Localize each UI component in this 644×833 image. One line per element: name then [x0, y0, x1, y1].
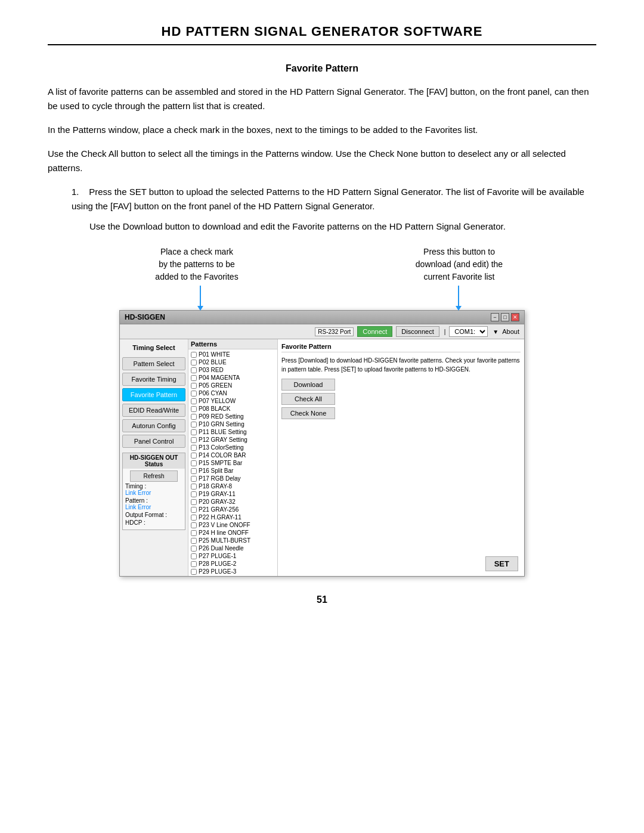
titlebar-buttons: − □ ✕: [491, 313, 519, 321]
pattern-item[interactable]: P15 SMPTE Bar: [190, 459, 276, 467]
pattern-item[interactable]: P16 Split Bar: [190, 467, 276, 475]
check-all-button[interactable]: Check All: [281, 393, 335, 405]
pattern-item[interactable]: P07 YELLOW: [190, 397, 276, 405]
sidebar-title: Timing Select: [122, 343, 185, 352]
sidebar-btn-favorite-timing[interactable]: Favorite Timing: [122, 373, 185, 386]
pattern-item[interactable]: P30 PLUGE-4: [190, 575, 276, 576]
pattern-item[interactable]: P20 GRAY-32: [190, 498, 276, 506]
status-row-timing: Timing : Link Error: [125, 483, 182, 496]
section-title: Favorite Pattern: [48, 63, 596, 74]
sidebar-btn-edid[interactable]: EDID Read/Write: [122, 404, 185, 417]
body-paragraph-2: In the Patterns window, place a check ma…: [48, 123, 596, 137]
pattern-item[interactable]: P05 GREEN: [190, 382, 276, 389]
favorite-pattern-panel: Favorite Pattern Press [Download] to dow…: [278, 339, 524, 576]
pattern-item[interactable]: P28 PLUGE-2: [190, 560, 276, 568]
status-panel: HD-SIGGEN OUT Status Refresh Timing : Li…: [122, 453, 185, 530]
pattern-item[interactable]: P11 BLUE Setting: [190, 428, 276, 436]
rs232-label: RS-232 Port: [315, 327, 354, 336]
pattern-item[interactable]: P12 GRAY Setting: [190, 436, 276, 444]
pattern-item[interactable]: P22 H.GRAY-11: [190, 513, 276, 521]
sidebar-btn-favorite-pattern[interactable]: Favorite Pattern: [122, 388, 185, 401]
refresh-button[interactable]: Refresh: [130, 470, 178, 482]
annotation-left: Place a check markby the patterns to bea…: [149, 246, 244, 283]
titlebar: HD-SIGGEN − □ ✕: [120, 311, 524, 324]
numbered-item-1: 1. Press the SET button to upload the se…: [72, 185, 596, 234]
numbered-item-1-text: 1. Press the SET button to upload the se…: [72, 185, 596, 213]
check-none-button[interactable]: Check None: [281, 407, 335, 419]
pattern-item[interactable]: P29 PLUGE-3: [190, 568, 276, 575]
arrowhead-left: [197, 306, 203, 311]
connect-button[interactable]: Connect: [357, 326, 392, 337]
pattern-item[interactable]: P09 RED Setting: [190, 413, 276, 420]
com-port-select[interactable]: COM1: COM2: COM3:: [449, 326, 488, 337]
sidebar-btn-panel[interactable]: Panel Control: [122, 435, 185, 448]
status-row-hdcp: HDCP :: [125, 519, 182, 526]
download-button[interactable]: Download: [281, 379, 335, 391]
sw-body: Timing Select Pattern Select Favorite Ti…: [120, 339, 524, 576]
pattern-item[interactable]: P06 CYAN: [190, 389, 276, 397]
body-paragraph-3: Use the Check All button to select all t…: [48, 147, 596, 175]
status-title: HD-SIGGEN OUT Status: [123, 453, 185, 469]
pattern-item[interactable]: P04 MAGENTA: [190, 374, 276, 382]
about-button[interactable]: About: [502, 328, 519, 335]
favorite-pattern-title: Favorite Pattern: [281, 343, 521, 352]
page-title: HD PATTERN SIGNAL GENERATOR SOFTWARE: [48, 24, 596, 45]
pattern-item[interactable]: P26 Dual Needle: [190, 544, 276, 552]
pattern-item[interactable]: P21 GRAY-256: [190, 506, 276, 513]
sidebar: Timing Select Pattern Select Favorite Ti…: [120, 339, 188, 576]
minimize-button[interactable]: −: [491, 313, 499, 321]
close-button[interactable]: ✕: [511, 313, 519, 321]
pattern-item[interactable]: P24 H line ONOFF: [190, 529, 276, 537]
pattern-item[interactable]: P25 MULTI-BURST: [190, 537, 276, 544]
pattern-item[interactable]: P14 COLOR BAR: [190, 451, 276, 459]
patterns-panel: Patterns P01 WHITEP02 BLUEP03 REDP04 MAG…: [188, 339, 278, 576]
sidebar-btn-pattern-select[interactable]: Pattern Select: [122, 357, 185, 370]
patterns-title: Patterns: [188, 339, 277, 349]
annotation-right: Press this button todownload (and edit) …: [405, 246, 513, 283]
pattern-item[interactable]: P23 V Line ONOFF: [190, 521, 276, 529]
pattern-item[interactable]: P13 ColorSetting: [190, 444, 276, 451]
window-title: HD-SIGGEN: [125, 313, 165, 321]
pattern-item[interactable]: P03 RED: [190, 366, 276, 374]
pattern-item[interactable]: P02 BLUE: [190, 358, 276, 366]
rs232-bar: RS-232 Port Connect Disconnect | COM1: C…: [120, 324, 524, 339]
status-row-output: Output Format :: [125, 512, 182, 518]
pattern-item[interactable]: P19 GRAY-11: [190, 490, 276, 498]
body-paragraph-1: A list of favorite patterns can be assem…: [48, 85, 596, 113]
maximize-button[interactable]: □: [501, 313, 509, 321]
pattern-item[interactable]: P08 BLACK: [190, 405, 276, 413]
arrowhead-right: [456, 306, 462, 311]
pattern-item[interactable]: P17 RGB Delay: [190, 475, 276, 482]
software-window: HD-SIGGEN − □ ✕ RS-232 Port Connect Disc…: [119, 310, 525, 577]
sidebar-btn-autorun[interactable]: Autorun Config: [122, 419, 185, 432]
pattern-item[interactable]: P10 GRN Setting: [190, 420, 276, 428]
status-row-pattern: Pattern : Link Error: [125, 497, 182, 510]
patterns-list[interactable]: P01 WHITEP02 BLUEP03 REDP04 MAGENTAP05 G…: [188, 349, 277, 576]
set-button[interactable]: SET: [485, 556, 518, 571]
disconnect-button[interactable]: Disconnect: [396, 326, 439, 337]
arrow-right: [458, 286, 459, 307]
pattern-item[interactable]: P18 GRAY-8: [190, 482, 276, 490]
favorite-pattern-desc: Press [Download] to download HD-SIGGEN f…: [281, 356, 521, 374]
page-number: 51: [48, 594, 596, 605]
pattern-item[interactable]: P01 WHITE: [190, 351, 276, 358]
arrow-left: [200, 286, 201, 307]
numbered-item-1-subtext: Use the Download button to download and …: [89, 219, 596, 234]
pattern-item[interactable]: P27 PLUGE-1: [190, 552, 276, 560]
